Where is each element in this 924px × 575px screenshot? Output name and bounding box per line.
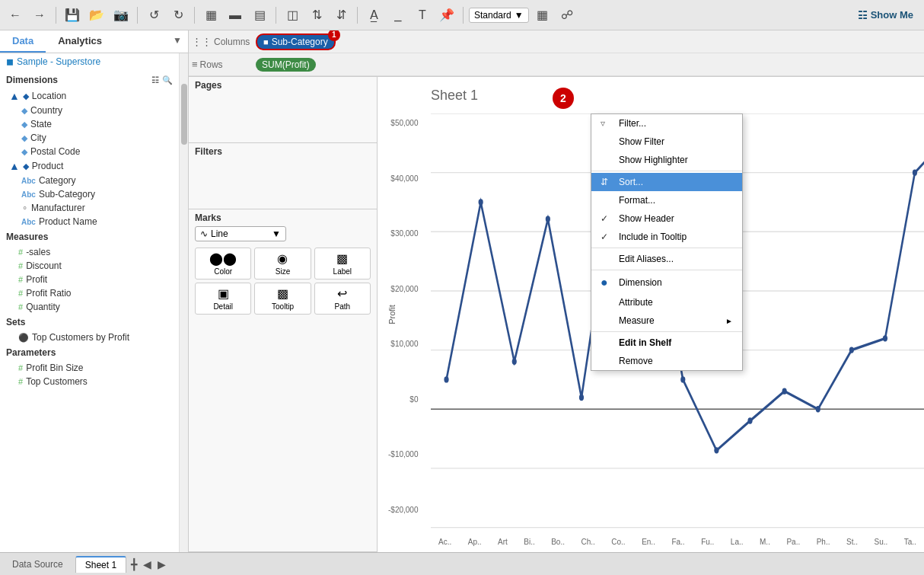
sidebar-tab-arrow[interactable]: ▼	[167, 30, 188, 53]
path-label: Path	[335, 302, 351, 311]
format1-button[interactable]: A̲	[363, 5, 384, 26]
dim-item-manufacturer[interactable]: ⚬ Manufacturer	[3, 201, 179, 215]
filters-panel: Filters	[189, 143, 377, 209]
dimensions-search-icon[interactable]: 🔍	[162, 75, 173, 85]
set-item-top-customers[interactable]: ⚫ Top Customers by Profit	[0, 331, 179, 344]
quantity-label: Quantity	[26, 302, 60, 312]
nav-forward-button[interactable]: →	[29, 5, 50, 26]
sub-category-label: Sub-Category	[272, 37, 328, 47]
menu-remove[interactable]: Remove	[591, 352, 742, 370]
tab-data[interactable]: Data	[0, 30, 46, 53]
svg-point-19	[782, 388, 787, 395]
menu-show-highlighter[interactable]: Show Highlighter	[591, 151, 742, 169]
sheet1-tab[interactable]: Sheet 1	[75, 556, 126, 573]
undo-button[interactable]: ↺	[143, 5, 164, 26]
svg-point-11	[512, 359, 517, 365]
color-btn[interactable]: ⬤⬤ Color	[195, 248, 251, 280]
dim-item-category[interactable]: Abc Category	[3, 174, 179, 187]
param-item-profit-bin[interactable]: # Profit Bin Size	[0, 361, 179, 375]
scroll-thumb[interactable]	[181, 84, 187, 145]
tab-analytics[interactable]: Analytics	[46, 30, 114, 53]
dim-item-subcategory[interactable]: Abc Sub-Category	[3, 187, 179, 201]
link-icon: ⚬	[21, 203, 28, 213]
menu-dimension[interactable]: ● Dimension	[591, 272, 742, 293]
label-btn[interactable]: ▩ Label	[314, 248, 371, 280]
size-btn[interactable]: ◉ Size	[254, 248, 311, 280]
globe-icon-3: ◆	[21, 133, 27, 143]
format3-button[interactable]: T	[412, 5, 433, 26]
sales-label: -sales	[26, 247, 50, 257]
rows-icon: ≡	[192, 59, 198, 70]
menu-sort[interactable]: ⇵ Sort...	[591, 173, 742, 191]
measure-item-profit[interactable]: # Profit	[0, 273, 179, 286]
dim-item-state[interactable]: ◆ State	[3, 117, 179, 131]
sum-profit-pill[interactable]: SUM(Profit)	[256, 58, 316, 72]
abc-icon-3: Abc	[21, 218, 36, 226]
menu-measure[interactable]: Measure ►	[591, 311, 742, 330]
hash-icon-5: #	[18, 302, 23, 311]
param-item-top-customers[interactable]: # Top Customers	[0, 375, 179, 388]
dim-item-postal[interactable]: ◆ Postal Code	[3, 145, 179, 158]
toolbar-separator-3	[194, 7, 195, 24]
detail-btn[interactable]: ▣ Detail	[195, 283, 251, 315]
dimensions-grid-icon[interactable]: ☷	[151, 75, 159, 85]
stats-button[interactable]: ▦	[532, 5, 553, 26]
sort-button[interactable]: ⇵	[330, 5, 352, 26]
print-button[interactable]: 📷	[110, 5, 132, 26]
redo-button[interactable]: ↻	[167, 5, 189, 26]
nav-back-button[interactable]: ←	[5, 5, 26, 26]
format2-button[interactable]: ⎯	[387, 5, 409, 26]
scroll-left-button[interactable]: ◀	[142, 557, 153, 572]
menu-edit-aliases[interactable]: Edit Aliases...	[591, 250, 742, 268]
dim-item-product-name[interactable]: Abc Product Name	[3, 215, 179, 228]
open-button[interactable]: 📂	[86, 5, 107, 26]
measure-item-discount[interactable]: # Discount	[0, 259, 179, 273]
measure-item-profit-ratio[interactable]: # Profit Ratio	[0, 286, 179, 300]
hash-icon-1: #	[18, 248, 23, 257]
menu-show-filter[interactable]: Show Filter	[591, 133, 742, 151]
bar-chart-button[interactable]: ▦	[200, 5, 221, 26]
pin-button[interactable]: 📌	[436, 5, 457, 26]
share-button[interactable]: ☍	[556, 5, 578, 26]
menu-format[interactable]: Format...	[591, 191, 742, 209]
swap-button[interactable]: ⇅	[306, 5, 327, 26]
x-label-10: La..	[731, 538, 744, 546]
data-source-link[interactable]: ◼ Sample - Superstore	[0, 53, 179, 72]
measure-item-quantity[interactable]: # Quantity	[0, 300, 179, 314]
menu-sep-4	[591, 331, 742, 332]
menu-include-tooltip[interactable]: ✓ Include in Tooltip	[591, 228, 742, 246]
scroll-right-button[interactable]: ▶	[156, 557, 167, 572]
tooltip-icon: ▩	[277, 286, 288, 301]
chart2-button[interactable]: ▬	[225, 5, 246, 26]
add-sheet-button[interactable]: ╋	[129, 557, 139, 572]
path-btn[interactable]: ↩ Path	[314, 283, 371, 315]
dim-item-city[interactable]: ◆ City	[3, 131, 179, 145]
menu-show-header[interactable]: ✓ Show Header	[591, 209, 742, 228]
location-group-header[interactable]: ▲ ◆ Location	[3, 88, 179, 104]
sidebar-scrollbar[interactable]	[179, 53, 188, 552]
lower-area: Pages Filters Marks ∿ Line ▼	[189, 77, 924, 552]
detail-label: Detail	[213, 302, 233, 311]
top-customers-param-label: Top Customers	[26, 376, 88, 387]
x-label-13: Ph..	[817, 538, 830, 546]
menu-attribute[interactable]: Attribute	[591, 293, 742, 311]
marks-type-dropdown[interactable]: ∿ Line ▼	[195, 226, 286, 241]
save-button[interactable]: 💾	[62, 5, 83, 26]
data-source-tab[interactable]: Data Source	[3, 557, 72, 572]
show-me-button[interactable]: ☷ Show Me	[852, 6, 919, 24]
menu-edit-in-shelf[interactable]: Edit in Shelf	[591, 334, 742, 352]
table-button[interactable]: ◫	[282, 5, 303, 26]
product-group-header[interactable]: ▲ ◆ Product	[3, 158, 179, 174]
chart3-button[interactable]: ▤	[249, 5, 270, 26]
sub-category-pill[interactable]: ■ Sub-Category 1	[256, 34, 336, 50]
tooltip-btn[interactable]: ▩ Tooltip	[254, 283, 311, 315]
label-icon: ▩	[336, 251, 348, 266]
standard-dropdown[interactable]: Standard ▼	[469, 8, 529, 23]
globe-icon-2: ◆	[21, 120, 27, 129]
measure-item-sales[interactable]: # -sales	[0, 245, 179, 259]
x-axis-labels: Ac.. Ap.. Art Bi.. Bo.. Ch.. Co.. En.. F…	[438, 538, 916, 546]
menu-filter[interactable]: ▿ Filter...	[591, 114, 742, 133]
dim-item-country[interactable]: ◆ Country	[3, 104, 179, 117]
annotation-1: 1	[328, 30, 340, 41]
svg-point-22	[883, 335, 887, 341]
